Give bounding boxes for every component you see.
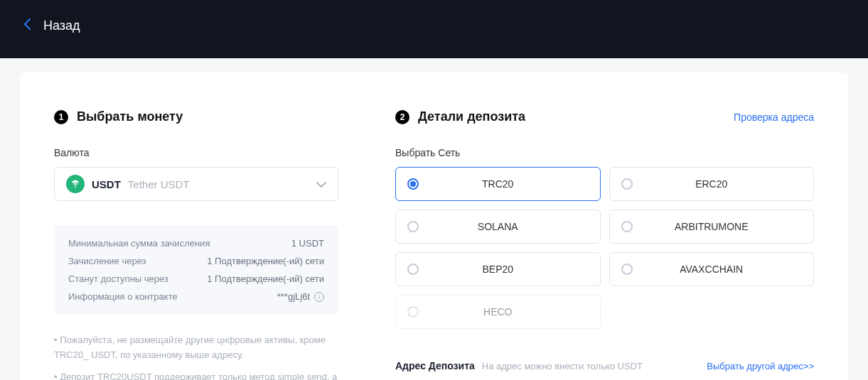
info-value: 1 Подтверждение(-ий) сети (207, 256, 324, 266)
column-deposit-details: 2 Детали депозита Проверка адреса Выбрат… (395, 109, 814, 380)
network-label-text: ARBITRUMONE (621, 221, 803, 232)
network-option-arbitrumone[interactable]: ARBITRUMONE (609, 210, 815, 244)
column-select-coin: 1 Выбрать монету Валюта USDT Tether USDT… (54, 109, 338, 380)
network-label-text: ERC20 (621, 178, 803, 190)
network-label-text: HECO (407, 306, 589, 317)
radio-icon (407, 264, 419, 275)
address-hint: На адрес можно внести только USDT (482, 361, 643, 371)
deposit-info-panel: Минимальная сумма зачисления 1 USDT Зачи… (54, 225, 338, 315)
radio-icon (407, 178, 419, 190)
network-label-text: BEP20 (407, 264, 589, 275)
info-value: 1 USDT (291, 238, 324, 249)
info-label: Зачисление через (68, 256, 146, 266)
info-label: Станут доступны через (68, 273, 168, 284)
step1-header: 1 Выбрать монету (54, 109, 338, 124)
step-badge-1: 1 (54, 110, 68, 124)
info-value: 1 Подтверждение(-ий) сети (207, 273, 324, 284)
deposit-address-header: Адрес Депозита На адрес можно внести тол… (395, 360, 814, 371)
radio-icon (621, 178, 633, 190)
network-option-bep20[interactable]: BEP20 (395, 252, 601, 286)
address-title: Адрес Депозита (395, 360, 475, 371)
currency-label: Валюта (54, 147, 338, 158)
network-option-solana[interactable]: SOLANA (395, 210, 601, 244)
network-option-heco: HECO (395, 295, 601, 329)
coin-name: Tether USDT (128, 178, 190, 190)
network-label-text: TRC20 (407, 178, 589, 190)
radio-icon (407, 306, 419, 317)
choose-other-address-link[interactable]: Выбрать другой адрес>> (707, 361, 814, 371)
deposit-notes: • Пожалуйста, не размещайте другие цифро… (54, 333, 338, 380)
network-grid: TRC20 ERC20 SOLANA ARBITRUMONE BEP20 AVA… (395, 167, 814, 329)
deposit-card: 1 Выбрать монету Валюта USDT Tether USDT… (20, 72, 848, 380)
info-row: Станут доступны через 1 Подтверждение(-и… (68, 273, 324, 284)
network-label: Выбрать Сеть (395, 147, 814, 158)
currency-dropdown[interactable]: USDT Tether USDT (54, 167, 338, 201)
radio-icon (407, 221, 419, 232)
chevron-left-icon (24, 18, 31, 33)
back-label: Назад (43, 18, 80, 33)
top-bar: Назад (0, 0, 868, 58)
info-label: Минимальная сумма зачисления (68, 238, 210, 249)
step2-header: 2 Детали депозита (395, 109, 525, 124)
radio-icon (621, 264, 633, 275)
network-option-erc20[interactable]: ERC20 (609, 167, 815, 201)
network-label-text: AVAXCCHAIN (621, 264, 803, 275)
network-option-avaxcchain[interactable]: AVAXCCHAIN (609, 252, 815, 286)
info-row: Зачисление через 1 Подтверждение(-ий) се… (68, 256, 324, 266)
note-line: • Пожалуйста, не размещайте другие цифро… (54, 333, 338, 363)
step-badge-2: 2 (395, 110, 409, 124)
network-label-text: SOLANA (407, 221, 589, 232)
info-label: Информация о контракте (68, 291, 178, 302)
info-icon[interactable]: i (314, 292, 324, 302)
network-option-trc20[interactable]: TRC20 (395, 167, 601, 201)
info-value: ***gjLj6t (277, 291, 310, 302)
step1-title: Выбрать монету (77, 109, 183, 124)
step2-title: Детали депозита (418, 109, 525, 124)
info-row: Информация о контракте ***gjLj6t i (68, 291, 324, 302)
chevron-down-icon (316, 178, 326, 190)
radio-icon (621, 221, 633, 232)
back-button[interactable]: Назад (24, 18, 80, 33)
info-row: Минимальная сумма зачисления 1 USDT (68, 238, 324, 249)
coin-code: USDT (92, 178, 121, 190)
check-address-link[interactable]: Проверка адреса (734, 112, 814, 123)
note-line: • Депозит TRC20USDT поддерживает только … (54, 370, 338, 380)
tether-icon (66, 175, 85, 193)
